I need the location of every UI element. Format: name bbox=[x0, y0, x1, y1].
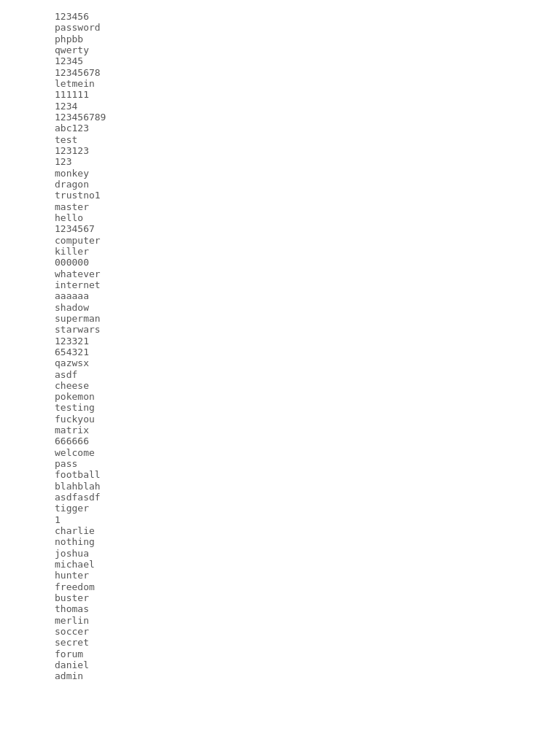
password-item: whatever bbox=[55, 268, 505, 279]
password-item: 123 bbox=[55, 156, 505, 167]
password-item: trustno1 bbox=[55, 190, 505, 201]
password-item: 1234567 bbox=[55, 223, 505, 234]
password-item: 123456789 bbox=[55, 112, 505, 123]
password-item: cheese bbox=[55, 380, 505, 391]
password-item: password bbox=[55, 22, 505, 33]
password-item: aaaaaa bbox=[55, 290, 505, 301]
password-item: asdfasdf bbox=[55, 492, 505, 503]
password-item: thomas bbox=[55, 603, 505, 614]
password-item: 666666 bbox=[55, 436, 505, 446]
password-item: admin bbox=[55, 670, 505, 681]
password-item: 123123 bbox=[55, 145, 505, 156]
password-item: qazwsx bbox=[55, 357, 505, 368]
password-item: pokemon bbox=[55, 391, 505, 402]
password-item: matrix bbox=[55, 425, 505, 436]
password-item: freedom bbox=[55, 581, 505, 592]
password-item: hunter bbox=[55, 570, 505, 581]
password-item: test bbox=[55, 134, 505, 145]
password-item: 1234 bbox=[55, 101, 505, 112]
password-item: master bbox=[55, 201, 505, 212]
password-item: 123321 bbox=[55, 336, 505, 347]
password-item: merlin bbox=[55, 615, 505, 626]
password-list: 123456passwordphpbbqwerty1234512345678le… bbox=[55, 11, 505, 682]
password-item: charlie bbox=[55, 525, 505, 536]
password-item: dragon bbox=[55, 179, 505, 190]
password-item: phpbb bbox=[55, 34, 505, 44]
password-item: 12345 bbox=[55, 55, 505, 66]
password-item: 1 bbox=[55, 514, 505, 525]
password-item: soccer bbox=[55, 626, 505, 637]
password-item: computer bbox=[55, 235, 505, 246]
password-item: welcome bbox=[55, 447, 505, 458]
password-item: abc123 bbox=[55, 123, 505, 133]
password-item: letmein bbox=[55, 78, 505, 89]
password-item: monkey bbox=[55, 168, 505, 179]
password-item: joshua bbox=[55, 548, 505, 559]
password-item: michael bbox=[55, 559, 505, 570]
password-item: 000000 bbox=[55, 257, 505, 268]
password-item: football bbox=[55, 469, 505, 480]
password-item: 654321 bbox=[55, 347, 505, 357]
password-item: secret bbox=[55, 637, 505, 648]
password-item: killer bbox=[55, 246, 505, 257]
password-item: hello bbox=[55, 212, 505, 223]
password-item: forum bbox=[55, 649, 505, 659]
password-item: buster bbox=[55, 592, 505, 603]
password-item: 12345678 bbox=[55, 67, 505, 78]
password-item: qwerty bbox=[55, 44, 505, 55]
password-item: blahblah bbox=[55, 481, 505, 492]
password-item: 123456 bbox=[55, 11, 505, 22]
password-item: fuckyou bbox=[55, 414, 505, 425]
password-item: asdf bbox=[55, 369, 505, 380]
password-item: shadow bbox=[55, 302, 505, 313]
password-item: superman bbox=[55, 313, 505, 324]
password-item: nothing bbox=[55, 536, 505, 547]
password-item: pass bbox=[55, 458, 505, 469]
password-item: starwars bbox=[55, 324, 505, 335]
password-item: internet bbox=[55, 279, 505, 290]
password-item: daniel bbox=[55, 659, 505, 670]
password-item: 111111 bbox=[55, 89, 505, 100]
password-item: tigger bbox=[55, 503, 505, 514]
password-item: testing bbox=[55, 402, 505, 413]
